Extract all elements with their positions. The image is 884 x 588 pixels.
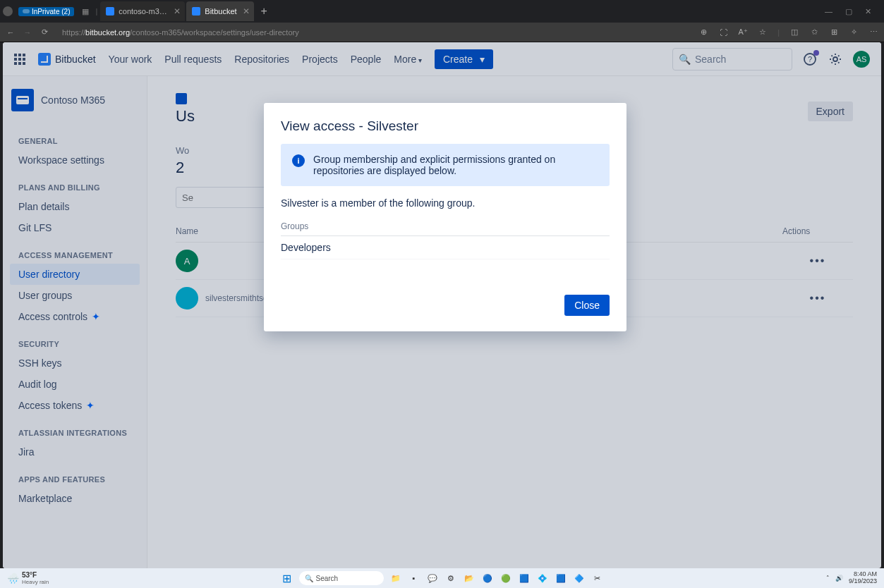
taskbar-search[interactable]: 🔍 Search — [299, 571, 384, 585]
taskbar-app[interactable]: 🟦 — [555, 572, 567, 584]
taskbar-app[interactable]: 🟢 — [499, 572, 512, 584]
browser-addressbar: ← → ⟳ https://bitbucket.org/contoso-m365… — [0, 23, 884, 42]
weather-icon: 🌧️ — [7, 572, 19, 584]
refresh-icon[interactable]: ⟳ — [40, 27, 49, 37]
browser-titlebar: InPrivate (2) ▦ | contoso-m365 / cloudde… — [0, 0, 884, 23]
windows-taskbar: 🌧️ 53°F Heavy rain ⊞ 🔍 Search 📁 ▪ 💬 ⚙ 📂 … — [0, 568, 884, 588]
tray-chevron-icon[interactable]: ˄ — [826, 575, 830, 582]
taskbar-app[interactable]: 🟦 — [518, 572, 531, 584]
split-icon[interactable]: ◫ — [789, 27, 799, 37]
minimize-icon[interactable]: — — [825, 7, 832, 16]
taskbar-app[interactable]: 🔷 — [573, 572, 586, 584]
maximize-icon[interactable]: ▢ — [845, 7, 852, 16]
forward-icon: → — [23, 28, 32, 37]
browser-tab[interactable]: Bitbucket ✕ — [186, 1, 253, 21]
taskbar-app[interactable]: ⚙ — [444, 572, 457, 584]
inprivate-badge: InPrivate (2) — [18, 7, 74, 16]
shopping-icon[interactable]: ⛶ — [718, 28, 728, 37]
taskbar-app[interactable]: 💬 — [426, 572, 439, 584]
back-icon[interactable]: ← — [6, 28, 16, 37]
close-button[interactable]: Close — [564, 295, 610, 316]
modal-title: View access - Silvester — [281, 118, 610, 134]
collections-icon[interactable]: ⊞ — [829, 27, 839, 37]
url-field[interactable]: https://bitbucket.org/contoso-m365/works… — [56, 28, 691, 37]
extensions-icon[interactable]: ✧ — [849, 27, 859, 37]
weather-widget[interactable]: 🌧️ 53°F Heavy rain — [7, 571, 49, 585]
read-aloud-icon[interactable]: A⁺ — [738, 27, 748, 37]
profile-icon — [3, 6, 13, 16]
taskbar-app[interactable]: 🔵 — [481, 572, 494, 584]
taskbar-app[interactable]: 💠 — [536, 572, 549, 584]
zoom-icon[interactable]: ⊕ — [698, 27, 708, 37]
search-icon: 🔍 — [305, 575, 313, 582]
taskbar-app[interactable]: 📁 — [389, 572, 402, 584]
favorites-bar-icon[interactable]: ✩ — [809, 27, 819, 37]
new-tab-button[interactable]: + — [255, 5, 273, 18]
member-text: Silvester is a member of the following g… — [281, 197, 610, 209]
bitbucket-icon — [106, 7, 114, 16]
close-icon[interactable]: ✕ — [243, 6, 250, 16]
close-window-icon[interactable]: ✕ — [865, 7, 871, 16]
info-icon: i — [292, 154, 305, 167]
tab-overview-icon[interactable]: ▦ — [78, 7, 92, 16]
favorite-icon[interactable]: ☆ — [758, 27, 768, 37]
taskbar-app[interactable]: ▪ — [408, 572, 420, 584]
browser-tab[interactable]: contoso-m365 / clouddemo — ✕ — [100, 1, 185, 21]
clock[interactable]: 8:40 AM 9/19/2023 — [849, 571, 877, 585]
start-icon[interactable]: ⊞ — [281, 572, 293, 584]
taskbar-app[interactable]: ✂ — [591, 572, 604, 584]
svg-rect-0 — [23, 9, 30, 13]
info-panel: i Group membership and explicit permissi… — [281, 144, 610, 186]
view-access-modal: View access - Silvester i Group membersh… — [264, 103, 626, 331]
tray-icon[interactable]: 🔊 — [835, 575, 843, 582]
taskbar-app[interactable]: 📂 — [463, 572, 476, 584]
bitbucket-app: Bitbucket Your work Pull requests Reposi… — [3, 42, 881, 568]
group-row: Developers — [281, 236, 610, 259]
close-icon[interactable]: ✕ — [174, 6, 181, 16]
menu-icon[interactable]: ⋯ — [868, 27, 878, 37]
bitbucket-icon — [192, 7, 200, 16]
groups-header: Groups — [281, 217, 610, 236]
